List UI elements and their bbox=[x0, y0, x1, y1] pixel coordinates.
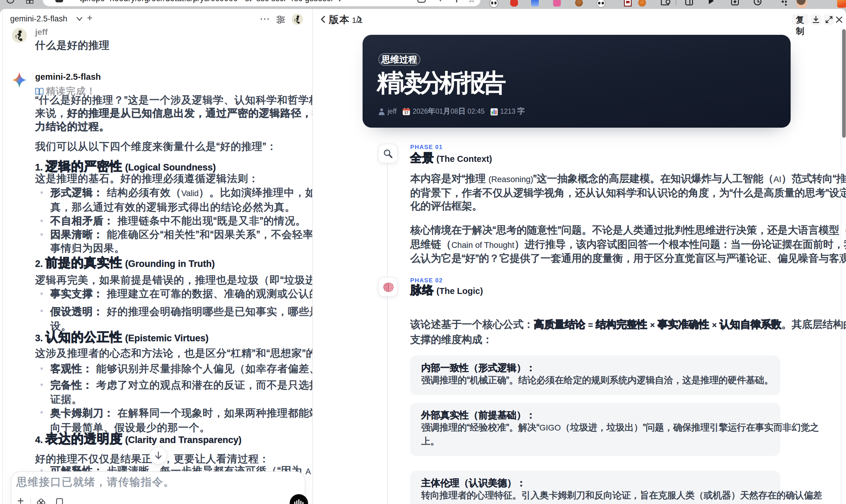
svg-text:17: 17 bbox=[405, 111, 409, 115]
